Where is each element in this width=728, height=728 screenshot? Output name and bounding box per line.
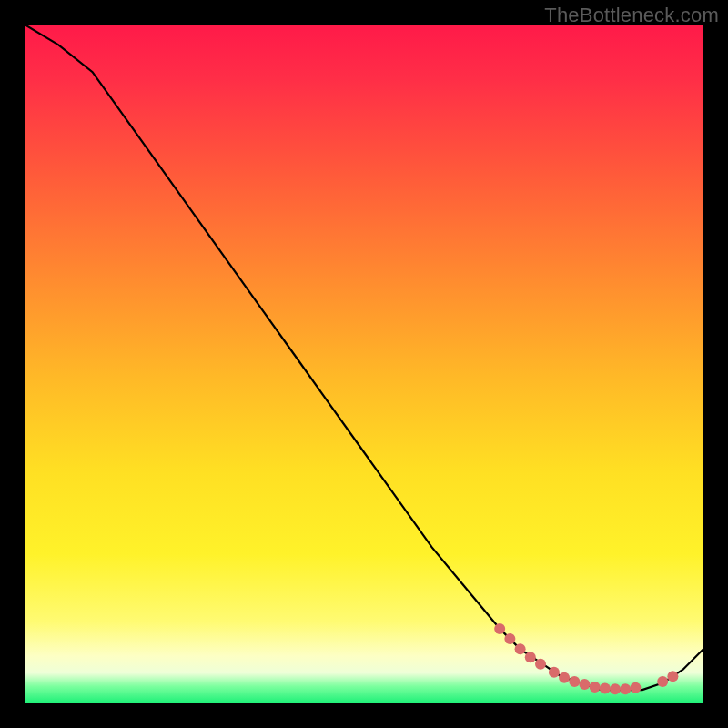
data-marker bbox=[630, 682, 641, 693]
data-marker bbox=[590, 682, 601, 693]
data-marker bbox=[525, 652, 536, 662]
data-marker bbox=[515, 643, 526, 654]
data-marker bbox=[535, 659, 546, 670]
data-marker bbox=[559, 672, 570, 683]
markers-group bbox=[494, 623, 678, 694]
plot-area bbox=[25, 25, 703, 703]
data-marker bbox=[610, 683, 621, 694]
data-marker bbox=[494, 623, 505, 634]
data-marker bbox=[667, 671, 678, 682]
data-marker bbox=[600, 683, 611, 694]
data-marker bbox=[504, 633, 515, 644]
chart-frame: TheBottleneck.com bbox=[0, 0, 728, 728]
data-marker bbox=[569, 676, 580, 687]
curve-svg bbox=[25, 25, 703, 703]
watermark-text: TheBottleneck.com bbox=[544, 4, 719, 27]
data-marker bbox=[657, 676, 668, 687]
bottleneck-curve-line bbox=[25, 25, 703, 690]
data-marker bbox=[620, 683, 631, 694]
data-marker bbox=[549, 667, 560, 678]
data-marker bbox=[579, 679, 590, 690]
